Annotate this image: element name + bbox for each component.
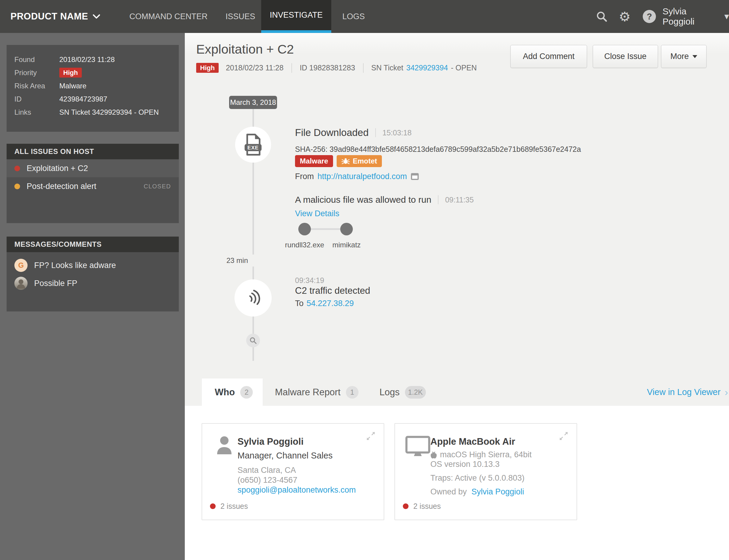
card-issue-count: 2 issues <box>403 502 441 511</box>
to-label: To <box>295 299 304 308</box>
detail-row-priority: Priority High <box>14 68 171 78</box>
tab-count-badge: 1 <box>346 386 359 399</box>
search-icon[interactable] <box>595 0 608 33</box>
card-user-role: Manager, Channel Sales <box>238 451 333 461</box>
process-node-rundll32[interactable] <box>298 223 311 235</box>
owned-by-label: Owned by <box>430 487 467 496</box>
issue-count-label: 2 issues <box>220 502 248 511</box>
c2-destination-row: To 54.227.38.29 <box>295 299 354 308</box>
red-dot-icon <box>403 503 409 509</box>
card-device-traps: Traps: Active (v 5.0.0.803) <box>430 473 524 483</box>
tab-label: Logs <box>379 387 400 398</box>
help-icon[interactable]: ? <box>643 0 656 33</box>
detail-row-found: Found 2018/02/23 11:28 <box>14 55 171 64</box>
detail-row-risk-area: Risk Area Malware <box>14 81 171 91</box>
ticket-link[interactable]: 3429929394 <box>406 63 448 72</box>
issue-details-panel: Found 2018/02/23 11:28 Priority High Ris… <box>7 45 179 132</box>
detail-label: Priority <box>14 68 59 78</box>
card-device-owner-row: Owned by Sylvia Poggioli <box>430 487 524 497</box>
issue-label: Post-detection alert <box>27 182 96 191</box>
expand-icon[interactable] <box>559 431 569 442</box>
card-user-email-link[interactable]: spoggioli@paloaltonetworks.com <box>238 485 356 495</box>
view-details-link[interactable]: View Details <box>295 209 339 218</box>
add-comment-button[interactable]: Add Comment <box>510 45 587 68</box>
nav-item-command-center[interactable]: COMMAND CENTER <box>129 0 208 33</box>
detail-value-link[interactable]: SN Ticket 3429929394 - OPEN <box>59 107 159 117</box>
badge-label: Emotet <box>353 157 377 165</box>
tab-count-badge: 1.2K <box>405 386 426 399</box>
timeline-zoom-button[interactable] <box>246 334 260 347</box>
exe-file-icon: EXE <box>244 134 262 156</box>
comment-row[interactable]: Possible FP <box>7 274 179 292</box>
comment-text: Possible FP <box>34 279 77 288</box>
tab-malware-report[interactable]: Malware Report 1 <box>275 379 359 406</box>
close-issue-button[interactable]: Close Issue <box>593 45 658 68</box>
ticket-label: SN Ticket <box>371 63 403 72</box>
detail-label: ID <box>14 94 59 104</box>
view-in-log-viewer-link[interactable]: View in Log Viewer › <box>647 387 728 397</box>
person-icon <box>215 435 234 455</box>
c2-ip-link[interactable]: 54.227.38.29 <box>307 299 354 308</box>
gear-icon[interactable]: ⚙ <box>619 0 630 33</box>
process-connector <box>311 228 341 230</box>
nav-item-investigate[interactable]: INVESTIGATE <box>261 0 331 33</box>
card-device-os-version: OS version 10.13.3 <box>430 460 500 469</box>
monitor-icon <box>405 436 430 458</box>
event-time: 09:34:19 <box>295 276 324 285</box>
user-menu[interactable]: Sylvia Poggioli ▼ <box>663 0 729 33</box>
nav-item-issues[interactable]: ISSUES <box>226 0 255 33</box>
issue-id: ID 19828381283 <box>300 63 355 72</box>
red-dot-icon <box>210 503 216 509</box>
ticket-status: - OPEN <box>451 63 477 72</box>
red-dot-icon <box>14 166 20 171</box>
issue-status: CLOSED <box>144 183 171 190</box>
event-file-downloaded: File Downloaded 15:03:18 <box>295 127 412 138</box>
card-issue-count: 2 issues <box>210 502 248 511</box>
link-label: View in Log Viewer <box>647 387 721 397</box>
card-device-name: Apple MacBook Air <box>430 436 515 447</box>
detail-label: Risk Area <box>14 81 59 91</box>
chevron-down-icon <box>692 55 697 58</box>
expand-icon[interactable] <box>366 431 376 442</box>
tab-who[interactable]: Who 2 <box>215 379 253 406</box>
os-label: macOS High Sierra, 64bit <box>440 450 532 459</box>
priority-badge: High <box>59 68 82 78</box>
issue-row-exploitation-c2[interactable]: Exploitation + C2 <box>7 159 179 177</box>
malware-badge: Malware <box>295 155 333 167</box>
chevron-down-icon <box>93 14 100 19</box>
detail-row-id: ID 423984723987 <box>14 94 171 104</box>
yellow-dot-icon <box>14 184 20 189</box>
divider <box>363 63 364 73</box>
messages-panel: MESSAGES/COMMENTS G FP? Looks like adwar… <box>7 237 179 311</box>
owner-link[interactable]: Sylvia Poggioli <box>471 487 524 496</box>
nav-item-logs[interactable]: LOGS <box>342 0 365 33</box>
person-icon <box>14 277 28 290</box>
card-user-name: Sylvia Poggioli <box>238 436 304 447</box>
event-title: File Downloaded <box>295 127 369 138</box>
divider <box>375 128 376 137</box>
tab-label: Malware Report <box>275 387 341 398</box>
more-button[interactable]: More <box>661 45 707 68</box>
product-menu[interactable]: PRODUCT NAME <box>10 0 100 33</box>
tab-label: Who <box>215 387 235 398</box>
tab-logs[interactable]: Logs 1.2K <box>379 379 426 406</box>
open-link-icon[interactable] <box>411 173 419 180</box>
process-node-mimikatz[interactable] <box>340 223 353 235</box>
detail-label: Links <box>14 107 59 117</box>
who-card-device: Apple MacBook Air macOS High Sierra, 64b… <box>394 423 577 520</box>
timeline-gap-label: 23 min <box>215 256 248 265</box>
detail-value: 423984723987 <box>59 94 107 104</box>
timeline-date-badge: March 3, 2018 <box>229 96 277 109</box>
zoom-icon <box>249 337 257 344</box>
issue-count-label: 2 issues <box>413 502 441 511</box>
comment-row[interactable]: G FP? Looks like adware <box>7 256 179 274</box>
divider <box>438 195 438 204</box>
from-label: From <box>295 172 314 181</box>
source-url-link[interactable]: http://naturalpetfood.com <box>317 172 407 181</box>
page-title: Exploitation + C2 <box>196 42 294 57</box>
sha256-value: SHA-256: 39ad98e44ff3bfe58f4658213defa67… <box>295 145 581 154</box>
messages-header: MESSAGES/COMMENTS <box>7 237 179 252</box>
issue-row-post-detection[interactable]: Post-detection alert CLOSED <box>7 177 179 195</box>
avatar: G <box>14 259 28 272</box>
process-label: rundll32.exe <box>281 241 329 249</box>
